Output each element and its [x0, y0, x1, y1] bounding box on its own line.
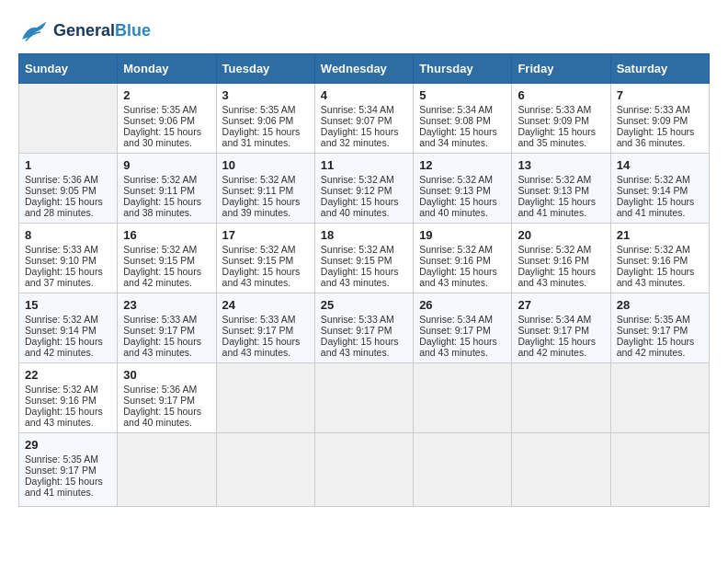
day-number: 27 — [518, 298, 604, 312]
day-number: 22 — [25, 368, 111, 382]
sunset-text: Sunset: 9:14 PM — [617, 185, 703, 196]
daylight-text: Daylight: 15 hours and 42 minutes. — [617, 336, 703, 358]
daylight-text: Daylight: 15 hours and 43 minutes. — [321, 336, 407, 358]
calendar-body: 2Sunrise: 5:35 AMSunset: 9:06 PMDaylight… — [19, 84, 710, 507]
sunset-text: Sunset: 9:17 PM — [518, 325, 604, 336]
cell-day-3: 3Sunrise: 5:35 AMSunset: 9:06 PMDaylight… — [216, 84, 314, 154]
daylight-text: Daylight: 15 hours and 42 minutes. — [123, 266, 210, 288]
cell-day-7: 7Sunrise: 5:33 AMSunset: 9:09 PMDaylight… — [610, 84, 709, 154]
sunset-text: Sunset: 9:06 PM — [123, 115, 210, 126]
daylight-text: Daylight: 15 hours and 43 minutes. — [617, 266, 703, 288]
sunset-text: Sunset: 9:11 PM — [222, 185, 309, 196]
sunset-text: Sunset: 9:17 PM — [25, 465, 111, 476]
day-number: 7 — [617, 88, 703, 102]
sunset-text: Sunset: 9:16 PM — [617, 255, 703, 266]
sunrise-text: Sunrise: 5:32 AM — [419, 174, 506, 185]
daylight-text: Daylight: 15 hours and 43 minutes. — [419, 266, 506, 288]
cell-day-11: 11Sunrise: 5:32 AMSunset: 9:12 PMDayligh… — [314, 154, 413, 224]
daylight-text: Daylight: 15 hours and 41 minutes. — [25, 476, 111, 498]
day-number: 17 — [222, 228, 309, 242]
daylight-text: Daylight: 15 hours and 41 minutes. — [518, 196, 604, 218]
sunset-text: Sunset: 9:15 PM — [222, 255, 309, 266]
sunrise-text: Sunrise: 5:33 AM — [25, 244, 111, 255]
sunset-text: Sunset: 9:08 PM — [419, 115, 506, 126]
sunrise-text: Sunrise: 5:32 AM — [25, 384, 111, 395]
empty-cell — [314, 433, 413, 507]
day-number: 14 — [617, 158, 703, 172]
calendar-table: SundayMondayTuesdayWednesdayThursdayFrid… — [18, 53, 710, 507]
cell-day-2: 2Sunrise: 5:35 AMSunset: 9:06 PMDaylight… — [118, 84, 216, 154]
cell-day-24: 24Sunrise: 5:33 AMSunset: 9:17 PMDayligh… — [216, 293, 314, 363]
sunset-text: Sunset: 9:17 PM — [617, 325, 703, 336]
day-number: 26 — [419, 298, 506, 312]
cell-day-13: 13Sunrise: 5:32 AMSunset: 9:13 PMDayligh… — [512, 154, 610, 224]
calendar-row-0: 2Sunrise: 5:35 AMSunset: 9:06 PMDaylight… — [19, 84, 710, 154]
daylight-text: Daylight: 15 hours and 30 minutes. — [123, 126, 210, 148]
cell-day-30: 30Sunrise: 5:36 AMSunset: 9:17 PMDayligh… — [118, 363, 216, 433]
daylight-text: Daylight: 15 hours and 43 minutes. — [123, 336, 210, 358]
sunset-text: Sunset: 9:13 PM — [518, 185, 604, 196]
day-header-saturday: Saturday — [610, 54, 709, 84]
day-header-monday: Monday — [118, 54, 216, 84]
daylight-text: Daylight: 15 hours and 41 minutes. — [617, 196, 703, 218]
sunset-text: Sunset: 9:17 PM — [123, 395, 210, 406]
sunset-text: Sunset: 9:05 PM — [25, 185, 111, 196]
cell-day-6: 6Sunrise: 5:33 AMSunset: 9:09 PMDaylight… — [512, 84, 610, 154]
daylight-text: Daylight: 15 hours and 36 minutes. — [617, 126, 703, 148]
day-number: 1 — [25, 158, 111, 172]
day-number: 3 — [222, 88, 309, 102]
sunrise-text: Sunrise: 5:32 AM — [617, 244, 703, 255]
daylight-text: Daylight: 15 hours and 40 minutes. — [123, 406, 210, 428]
daylight-text: Daylight: 15 hours and 39 minutes. — [222, 196, 309, 218]
day-number: 13 — [518, 158, 604, 172]
sunset-text: Sunset: 9:16 PM — [518, 255, 604, 266]
daylight-text: Daylight: 15 hours and 35 minutes. — [518, 126, 604, 148]
day-number: 28 — [617, 298, 703, 312]
empty-cell — [216, 433, 314, 507]
day-number: 30 — [123, 368, 210, 382]
daylight-text: Daylight: 15 hours and 38 minutes. — [123, 196, 210, 218]
calendar-row-4: 22Sunrise: 5:32 AMSunset: 9:16 PMDayligh… — [19, 363, 710, 433]
sunset-text: Sunset: 9:17 PM — [321, 325, 407, 336]
sunset-text: Sunset: 9:11 PM — [123, 185, 210, 196]
sunset-text: Sunset: 9:17 PM — [123, 325, 210, 336]
sunset-text: Sunset: 9:16 PM — [25, 395, 111, 406]
sunrise-text: Sunrise: 5:33 AM — [123, 314, 210, 325]
daylight-text: Daylight: 15 hours and 28 minutes. — [25, 196, 111, 218]
cell-day-16: 16Sunrise: 5:32 AMSunset: 9:15 PMDayligh… — [118, 224, 216, 293]
sunset-text: Sunset: 9:14 PM — [25, 325, 111, 336]
sunrise-text: Sunrise: 5:33 AM — [222, 314, 309, 325]
cell-day-25: 25Sunrise: 5:33 AMSunset: 9:17 PMDayligh… — [314, 293, 413, 363]
sunrise-text: Sunrise: 5:32 AM — [518, 174, 604, 185]
empty-cell — [512, 363, 610, 433]
cell-day-9: 9Sunrise: 5:32 AMSunset: 9:11 PMDaylight… — [118, 154, 216, 224]
sunset-text: Sunset: 9:15 PM — [123, 255, 210, 266]
cell-day-17: 17Sunrise: 5:32 AMSunset: 9:15 PMDayligh… — [216, 224, 314, 293]
empty-cell — [216, 363, 314, 433]
cell-day-22: 22Sunrise: 5:32 AMSunset: 9:16 PMDayligh… — [19, 363, 118, 433]
day-number: 21 — [617, 228, 703, 242]
sunrise-text: Sunrise: 5:35 AM — [123, 104, 210, 115]
day-number: 20 — [518, 228, 604, 242]
cell-day-29: 29Sunrise: 5:35 AMSunset: 9:17 PMDayligh… — [19, 433, 118, 507]
cell-day-19: 19Sunrise: 5:32 AMSunset: 9:16 PMDayligh… — [414, 224, 512, 293]
cell-day-15: 15Sunrise: 5:32 AMSunset: 9:14 PMDayligh… — [19, 293, 118, 363]
sunrise-text: Sunrise: 5:32 AM — [123, 244, 210, 255]
daylight-text: Daylight: 15 hours and 42 minutes. — [25, 336, 111, 358]
day-number: 24 — [222, 298, 309, 312]
day-number: 19 — [419, 228, 506, 242]
sunrise-text: Sunrise: 5:32 AM — [321, 174, 407, 185]
day-number: 2 — [123, 88, 210, 102]
cell-day-28: 28Sunrise: 5:35 AMSunset: 9:17 PMDayligh… — [610, 293, 709, 363]
sunrise-text: Sunrise: 5:35 AM — [25, 454, 111, 465]
sunrise-text: Sunrise: 5:32 AM — [222, 174, 309, 185]
empty-cell — [314, 363, 413, 433]
day-number: 5 — [419, 88, 506, 102]
day-number: 23 — [123, 298, 210, 312]
cell-day-27: 27Sunrise: 5:34 AMSunset: 9:17 PMDayligh… — [512, 293, 610, 363]
page-header: GeneralBlue — [18, 18, 710, 44]
daylight-text: Daylight: 15 hours and 34 minutes. — [419, 126, 506, 148]
sunrise-text: Sunrise: 5:32 AM — [321, 244, 407, 255]
empty-cell — [414, 363, 512, 433]
calendar-row-5: 29Sunrise: 5:35 AMSunset: 9:17 PMDayligh… — [19, 433, 710, 507]
